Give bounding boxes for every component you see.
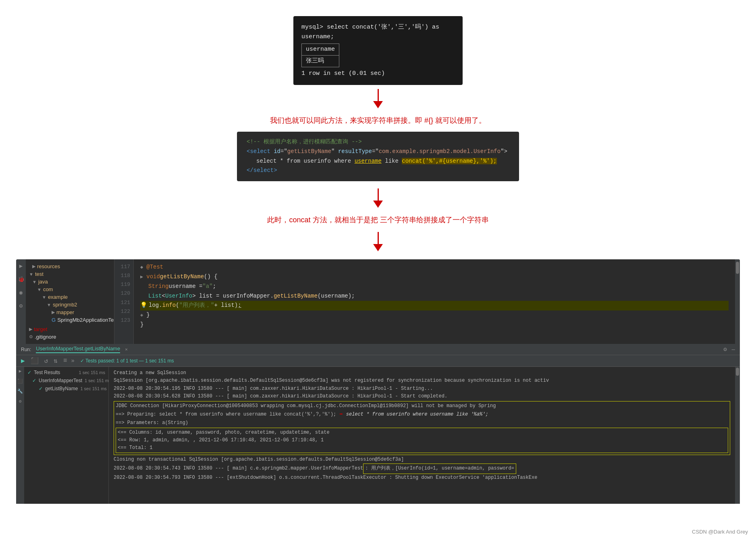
arrow-shaft-2 [378, 188, 379, 201]
log-row: <== Row: 1, admin, admin, , 2021-12-06 1… [118, 437, 726, 444]
code-editor: 117 118 119 120 121 122 123 ◆ @Test ▶ vo… [114, 259, 740, 344]
arrow-shaft-3 [378, 232, 379, 244]
run-play-button[interactable]: ▶ [19, 357, 27, 365]
tree-item-springmb2[interactable]: ▼ springmb2 [26, 301, 114, 308]
xml-tag-close: </select> [247, 167, 277, 174]
tree-label: SpringMb2ApplicationTests [57, 317, 114, 323]
annotation-marker: ◆ [140, 263, 143, 271]
log-yellow-box: <== Columns: id, username, password, pho… [116, 428, 728, 453]
sql-table: username 张三吗 [301, 43, 339, 67]
method-getlist: getListByName [160, 272, 204, 282]
folder-icon: ▼ [37, 287, 42, 292]
tree-item-java[interactable]: ▼ java [26, 278, 114, 286]
sql-terminal: mysql> select concat('张','三','吗') as use… [293, 16, 463, 85]
code-line-123: } [140, 320, 729, 330]
run-tab-active[interactable]: UserInfoMapperTest.getListByName [36, 346, 120, 353]
run-header: Run: UserInfoMapperTest.getListByName ✕ … [16, 344, 740, 355]
test-tree-root[interactable]: ✓ Test Results 1 sec 151 ms [24, 368, 108, 377]
code-line-122: ◈ } [140, 310, 729, 320]
sidebar-run-icon[interactable]: ▶ [19, 263, 23, 269]
method-log-info: info [162, 301, 176, 310]
run-label: Run: [21, 347, 31, 352]
sidebar-settings-icon[interactable]: ⚙ [19, 302, 23, 309]
code-line-118: ▶ void getListByName() { [140, 272, 729, 282]
sql-table-row: 张三吗 [302, 56, 339, 67]
log-sqlsession-warn: SqlSession [org.apache.ibatis.session.de… [114, 377, 730, 385]
arrow-head-3 [373, 244, 383, 251]
bulb-icon: 💡 [140, 301, 147, 310]
strip-icon-1[interactable]: ▶ [19, 368, 22, 374]
watermark: CSDN @Dark And Grey [684, 526, 756, 538]
tree-item-resources[interactable]: ▶ resources [26, 263, 114, 270]
xml-concat-highlight: concat('%',#{username},'%'); [402, 158, 496, 164]
tree-label: example [48, 294, 68, 300]
run-stop-button[interactable]: ⬛ [29, 357, 40, 365]
kw-void: void [146, 272, 160, 282]
log-parameters: ==> Parameters: a(String) [116, 419, 728, 427]
log-hikari-starting: 2022-08-08 20:30:54.195 INFO 13580 --- [… [114, 385, 730, 393]
run-filter-button[interactable]: ≡ [62, 357, 69, 364]
test-results-label: Test Results [34, 370, 60, 375]
var-username: username = [168, 282, 202, 292]
test-tree-class[interactable]: ✓ UserInfoMapperTest 1 sec 151 ms [24, 377, 108, 385]
xml-select-content-line: select * from userinfo where username li… [247, 157, 509, 166]
test-method-label: getListByName [45, 386, 78, 391]
folder-icon: ▼ [29, 272, 33, 277]
tree-item-example[interactable]: ▼ example [26, 293, 114, 301]
run-log-scrollbar[interactable] [735, 367, 740, 504]
test-tree-method[interactable]: ✓ getListByName 1 sec 151 ms [24, 385, 108, 393]
sql-table-header: username [302, 44, 339, 56]
sidebar-profile-icon[interactable]: ◉ [19, 289, 23, 296]
code-line-119: String username = "a"; [140, 282, 729, 292]
xml-comment-text: <!-- 根据用户名称，进行模糊匹配查询 --> [247, 139, 362, 145]
tree-item-gitignore[interactable]: ⚙ .gitignore [26, 333, 114, 341]
log-closing-session: Closing non transactional SqlSession [or… [114, 456, 730, 464]
pass-icon: ✓ [32, 378, 36, 383]
cn-label-1: 我们也就可以同此方法，来实现字符串拼接。即 #{} 就可以使用了。 [270, 116, 486, 125]
xml-select-close-line: </select> [247, 166, 509, 176]
run-panel: Run: UserInfoMapperTest.getListByName ✕ … [16, 344, 740, 504]
arrow-right-icon: ➡ [339, 410, 343, 419]
close-tab-button[interactable]: ✕ [125, 347, 128, 352]
tree-item-com[interactable]: ▼ com [26, 286, 114, 293]
file-g-icon: G [52, 317, 56, 323]
settings-icon[interactable]: ⚙ [723, 346, 727, 353]
sidebar-debug-icon[interactable]: 🐞 [18, 276, 25, 283]
strip-icon-4[interactable]: ⚙ [19, 399, 22, 404]
line-num-121: 121 [118, 298, 130, 307]
log-result-line: 2022-08-08 20:30:54.743 INFO 13580 --- [… [114, 464, 730, 474]
xml-attr-id: id [274, 148, 280, 155]
tree-label: resources [37, 263, 60, 269]
arrow-head-2 [373, 201, 383, 208]
cn-label-2: 此时，concat 方法，就相当于是把 三个字符串给拼接成了一个字符串 [267, 215, 488, 225]
tree-item-spring-app[interactable]: G SpringMb2ApplicationTests [26, 316, 114, 324]
close-brace-1: } [146, 310, 150, 320]
log-highlighted-section: JDBC Connection [HikariProxyConnection@1… [114, 401, 730, 455]
left-sidebar: ▶ 🐞 ◉ ⚙ [16, 259, 26, 344]
test-root-time: 1 sec 151 ms [79, 370, 105, 375]
run-rerun-button[interactable]: ↺ [43, 357, 50, 365]
tree-item-test[interactable]: ▼ test [26, 270, 114, 278]
tree-item-mapper[interactable]: ▶ mapper [26, 308, 114, 316]
kw-list: List [148, 292, 162, 301]
tree-item-target[interactable]: ▶ target [26, 325, 114, 333]
scrollbar-thumb [736, 262, 739, 274]
xml-comment-line: <!-- 根据用户名称，进行模糊匹配查询 --> [247, 137, 509, 147]
minimize-icon[interactable]: — [732, 346, 735, 353]
run-more-button[interactable]: » [71, 358, 75, 364]
folder-icon: ▶ [32, 264, 35, 269]
strip-icon-3[interactable]: 🔧 [17, 389, 23, 394]
line-num-122: 122 [118, 307, 130, 316]
arrow-shaft-1 [378, 89, 379, 101]
method-getlistbyname: getListByName [274, 292, 318, 301]
strip-icon-2[interactable]: ⬛ [17, 379, 23, 384]
editor-scrollbar[interactable] [735, 259, 740, 344]
log-total: <== Total: 1 [118, 444, 726, 452]
run-sort-button[interactable]: ⇅ [52, 357, 59, 365]
page-container: mysql> select concat('张','三','吗') as use… [0, 0, 756, 512]
top-section: mysql> select concat('张','三','吗') as use… [0, 8, 756, 259]
xml-attr-result: resultType [338, 148, 372, 155]
folder-icon: ▶ [29, 327, 32, 332]
test-result-badge: ✓ Tests passed: 1 of 1 test — 1 sec 151 … [80, 358, 174, 364]
file-tree: ▶ resources ▼ test ▼ java ▼ com ▼ exampl… [26, 259, 114, 344]
